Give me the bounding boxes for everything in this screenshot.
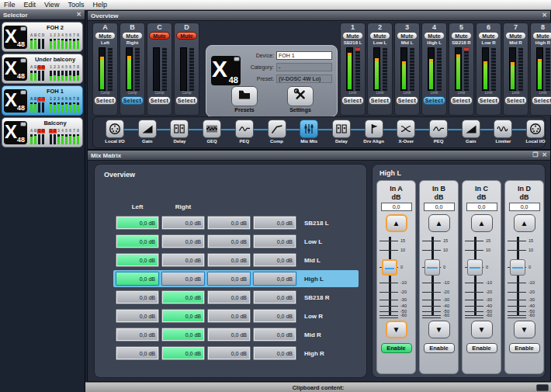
chain-item-gain[interactable]: Gain [132, 120, 163, 144]
matrix-cell[interactable]: 0,0 dB [116, 253, 159, 267]
decrement-button[interactable]: ▼ [386, 321, 407, 338]
increment-button[interactable]: ▲ [428, 214, 450, 232]
fader-thumb[interactable] [510, 259, 525, 276]
level-meter[interactable] [536, 47, 543, 91]
matrix-cell[interactable]: 0,0 dB [207, 346, 251, 360]
chain-item-comp[interactable]: Comp [262, 120, 293, 144]
chain-item-mix-mtx[interactable]: Mix Mtx [293, 120, 324, 144]
select-button[interactable]: Select [450, 96, 473, 105]
fader-thumb[interactable] [425, 259, 440, 276]
menu-item-edit[interactable]: Edit [24, 1, 36, 9]
matrix-cell[interactable]: 0,0 dB [116, 234, 159, 248]
mute-button[interactable]: Mute [505, 32, 526, 40]
mute-button[interactable]: Mute [397, 32, 418, 40]
chain-item-local-i-o[interactable]: Local I/O [99, 120, 130, 144]
level-meter[interactable] [180, 47, 187, 91]
decrement-button[interactable]: ▼ [471, 321, 493, 338]
enable-button[interactable]: Enable [466, 343, 497, 353]
matrix-cell[interactable]: 0,0 dB [161, 346, 205, 360]
level-meter[interactable] [400, 47, 407, 91]
matrix-cell[interactable]: 0,0 dB [116, 346, 159, 360]
chain-item-gain[interactable]: Gain [456, 120, 487, 144]
matrix-cell[interactable]: 0,0 dB [253, 272, 296, 286]
increment-button[interactable]: ▲ [471, 214, 493, 232]
gain-value-field[interactable]: 0,0 [509, 203, 540, 211]
matrix-cell[interactable]: 0,0 dB [253, 309, 296, 323]
matrix-cell[interactable]: 0,0 dB [207, 216, 251, 230]
level-meter[interactable] [153, 47, 160, 91]
select-button[interactable]: Select [423, 96, 445, 105]
select-button[interactable]: Select [341, 96, 364, 105]
gain-fader[interactable]: 15100-10-20-30-40-50-60 [505, 235, 543, 319]
matrix-cell[interactable]: 0,0 dB [116, 309, 159, 323]
increment-button[interactable]: ▲ [386, 214, 407, 232]
gain-fader[interactable]: 15100-10-20-30-40-50-60 [377, 235, 415, 319]
matrix-cell[interactable]: 0,0 dB [207, 328, 251, 342]
close-icon[interactable]: ✕ [542, 152, 547, 158]
gain-value-field[interactable]: 0,0 [424, 203, 455, 211]
matrix-cell[interactable]: 0,0 dB [161, 216, 205, 230]
gain-value-field[interactable]: 0,0 [381, 203, 412, 211]
chain-item-peq[interactable]: PEQ [423, 120, 454, 144]
level-meter[interactable] [509, 47, 516, 91]
matrix-cell[interactable]: 0,0 dB [253, 290, 296, 304]
mute-button[interactable]: Mute [478, 32, 499, 40]
mute-button[interactable]: Mute [424, 32, 445, 40]
matrix-cell[interactable]: 0,0 dB [161, 272, 205, 286]
decrement-button[interactable]: ▼ [514, 321, 535, 338]
level-meter[interactable] [346, 47, 353, 91]
select-button[interactable]: Select [369, 96, 391, 105]
gain-value-field[interactable]: 0,0 [466, 203, 497, 211]
select-button[interactable]: Select [94, 96, 116, 105]
menu-item-tools[interactable]: Tools [68, 1, 84, 9]
select-button[interactable]: Select [148, 96, 171, 105]
select-button[interactable]: Select [477, 96, 500, 105]
gain-fader[interactable]: 15100-10-20-30-40-50-60 [463, 235, 501, 319]
menu-item-help[interactable]: Help [92, 1, 107, 9]
mute-button[interactable]: Mute [342, 32, 363, 40]
mute-button[interactable]: Mute [451, 32, 472, 40]
selector-item-under-balcony[interactable]: X48Under balconyABCD12345678 [2, 54, 83, 84]
matrix-cell[interactable]: 0,0 dB [253, 234, 296, 248]
decrement-button[interactable]: ▼ [428, 321, 450, 338]
matrix-cell[interactable]: 0,0 dB [253, 253, 296, 267]
mute-button[interactable]: Mute [122, 32, 143, 40]
matrix-cell[interactable]: 0,0 dB [253, 328, 296, 342]
select-button[interactable]: Select [121, 96, 144, 105]
select-button[interactable]: Select [396, 96, 418, 105]
chain-item-limiter[interactable]: Limiter [487, 120, 518, 144]
close-icon[interactable]: ✕ [542, 12, 547, 19]
gain-fader[interactable]: 15100-10-20-30-40-50-60 [420, 235, 458, 319]
chain-item-x-over[interactable]: X-Over [390, 120, 421, 144]
matrix-cell[interactable]: 0,0 dB [116, 216, 159, 230]
mute-button[interactable]: Mute [95, 32, 116, 40]
level-meter[interactable] [126, 47, 133, 91]
select-button[interactable]: Select [504, 96, 527, 105]
chain-item-local-i-o[interactable]: Local I/O [520, 120, 551, 144]
menu-item-view[interactable]: View [44, 1, 59, 9]
menu-item-file[interactable]: File [4, 1, 16, 9]
chain-item-geq[interactable]: GEQ [196, 120, 227, 144]
matrix-cell[interactable]: 0,0 dB [207, 253, 251, 267]
selector-item-foh-1[interactable]: X48FOH 1ABCD12345678 [2, 85, 83, 116]
matrix-cell[interactable]: 0,0 dB [116, 328, 159, 342]
level-meter[interactable] [428, 47, 435, 91]
fader-thumb[interactable] [467, 259, 483, 276]
matrix-cell[interactable]: 0,0 dB [116, 290, 159, 304]
level-meter[interactable] [373, 47, 380, 91]
chain-item-peq[interactable]: PEQ [229, 120, 260, 144]
matrix-cell[interactable]: 0,0 dB [116, 272, 159, 286]
increment-button[interactable]: ▲ [514, 214, 535, 232]
matrix-cell[interactable]: 0,0 dB [207, 272, 251, 286]
matrix-cell[interactable]: 0,0 dB [161, 309, 205, 323]
enable-button[interactable]: Enable [509, 343, 540, 353]
enable-button[interactable]: Enable [381, 343, 412, 353]
settings-button[interactable] [287, 86, 314, 106]
select-button[interactable]: Select [532, 96, 551, 105]
matrix-cell[interactable]: 0,0 dB [207, 309, 251, 323]
chain-item-delay[interactable]: Delay [326, 120, 357, 144]
matrix-cell[interactable]: 0,0 dB [161, 234, 205, 248]
restore-icon[interactable]: ❐ [532, 152, 538, 158]
matrix-cell[interactable]: 0,0 dB [207, 290, 251, 304]
enable-button[interactable]: Enable [424, 343, 455, 353]
